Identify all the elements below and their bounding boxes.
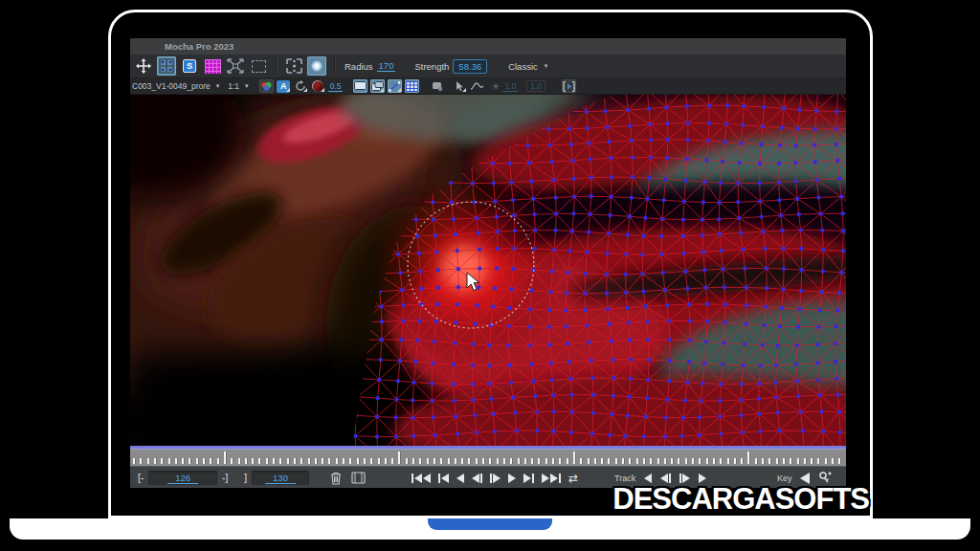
marquee-tool-button[interactable] [249, 56, 268, 76]
brightness-icon: ☀ [491, 81, 500, 92]
spline-tool-button[interactable]: S [180, 56, 199, 76]
stamp-view-button[interactable] [430, 79, 444, 93]
lens-correction-button[interactable] [311, 79, 325, 93]
cursor-info-button[interactable] [453, 79, 467, 93]
waveform-icon [471, 82, 484, 91]
rotate-view-button[interactable] [294, 79, 308, 93]
planar-mesh-tool-button[interactable] [157, 56, 176, 76]
track-label: Track [614, 474, 635, 483]
play-button[interactable] [508, 474, 516, 483]
title-bar: Mocha Pro 2023 [130, 38, 846, 55]
out-frame-field[interactable]: 130 [252, 471, 309, 485]
cursor-icon [456, 81, 465, 92]
step-back-button[interactable] [472, 474, 482, 483]
track-forward-button[interactable] [699, 474, 706, 483]
exposure-value-field[interactable]: 1.0 [502, 81, 518, 92]
reset-in-button[interactable]: -] [222, 473, 228, 483]
set-in-button[interactable]: [- [138, 473, 144, 483]
pan-tool-button[interactable] [134, 56, 153, 76]
curve-overlay-button[interactable] [470, 79, 484, 93]
transform-x-icon [227, 58, 244, 74]
rotate-icon [295, 80, 306, 92]
proxy-toggle-button[interactable] [562, 79, 576, 93]
page-background: Mocha Pro 2023 S [0, 0, 980, 551]
timeline-ruler[interactable] [130, 449, 846, 466]
radius-label: Radius [345, 61, 373, 72]
marquee-icon [252, 60, 266, 73]
planar-mesh-icon [159, 58, 174, 74]
jump-end-button[interactable] [542, 474, 561, 483]
prev-keyframe-button[interactable] [438, 474, 449, 483]
window-title: Mocha Pro 2023 [165, 41, 234, 52]
layers-icon [371, 81, 384, 91]
strength-value-field[interactable]: 58.36 [453, 59, 487, 74]
step-forward-button[interactable] [490, 474, 501, 483]
mesh-grid-tool-button[interactable] [203, 56, 222, 76]
lattice-icon [286, 58, 302, 74]
strength-label: Strength [414, 61, 449, 72]
alpha-channel-button[interactable]: A [277, 79, 291, 93]
magenta-grid-icon [205, 59, 221, 74]
set-out-button[interactable]: ] [244, 473, 247, 483]
gain-value-field[interactable]: 1.0 [526, 80, 546, 92]
mesh-table-icon [406, 81, 418, 92]
proxy-play-icon [563, 81, 575, 92]
next-keyframe-button[interactable] [523, 474, 534, 483]
brush-tool-button[interactable] [307, 56, 326, 76]
track-backward-button[interactable] [644, 474, 652, 483]
zoom-caret-icon[interactable]: ▾ [245, 82, 249, 90]
track-fwd-one-button[interactable] [679, 474, 690, 483]
toolbar-separator-2 [334, 57, 335, 75]
color-channels-button[interactable] [259, 79, 274, 93]
lattice-tool-button[interactable] [284, 56, 303, 76]
gamma-value-field[interactable]: 0.5 [328, 81, 344, 92]
viewport-canvas [130, 95, 846, 446]
spline-pen-icon [389, 81, 401, 92]
loop-toggle-button[interactable]: ⇄ [568, 474, 578, 483]
spline-s-icon: S [183, 59, 196, 73]
in-frame-field[interactable]: 126 [148, 471, 217, 485]
clip-dropdown[interactable]: C003_V1-0049_prore [132, 81, 211, 91]
footage-viewport[interactable] [130, 95, 846, 446]
stamp-icon [432, 81, 443, 92]
zoom-dropdown[interactable]: 1:1 [228, 81, 239, 91]
range-controls: [- 126 -] ] 130 [138, 467, 366, 488]
watermark-text: DESCARGASOFTS [603, 482, 869, 517]
rgb-circles-icon [260, 81, 273, 92]
brush-icon [311, 60, 323, 72]
monitor-icon [354, 81, 367, 91]
clip-caret-icon[interactable]: ▾ [216, 82, 220, 90]
trash-icon[interactable] [329, 472, 343, 485]
playback-controls: ⇄ [412, 467, 578, 488]
filmstrip-icon[interactable] [351, 472, 366, 484]
transform-tool-button[interactable] [226, 56, 245, 76]
pan-icon [136, 58, 151, 74]
mode-dropdown[interactable]: Classic [508, 61, 538, 72]
show-mesh-button[interactable] [405, 79, 419, 93]
jump-start-button[interactable] [412, 474, 431, 483]
alpha-a-icon: A [277, 80, 290, 93]
show-splines-button[interactable] [388, 79, 402, 93]
track-back-one-button[interactable] [660, 474, 671, 483]
red-lens-icon [312, 80, 323, 92]
radius-value-field[interactable]: 170 [377, 60, 396, 72]
toolbar-separator [276, 57, 277, 75]
laptop-base-notch [428, 518, 552, 530]
show-layers-button[interactable] [370, 79, 385, 93]
play-reverse-button[interactable] [457, 474, 464, 483]
view-toolbar: C003_V1-0049_prore ▾ 1:1 ▾ A [130, 78, 846, 95]
mode-caret-icon[interactable]: ▾ [545, 62, 548, 70]
mocha-app-window: Mocha Pro 2023 S [130, 38, 846, 488]
view-layout-button[interactable] [353, 79, 368, 93]
key-label: Key [777, 474, 792, 483]
main-toolbar: S [130, 55, 846, 78]
